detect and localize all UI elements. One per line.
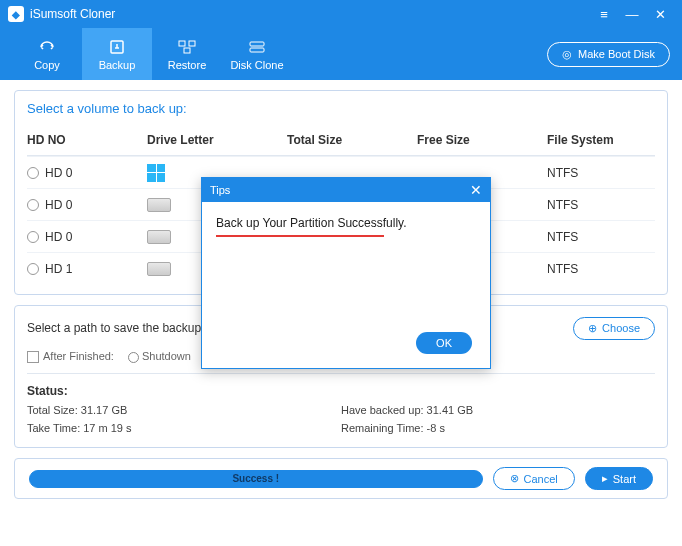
drive-icon: [147, 230, 171, 244]
disc-icon: ◎: [562, 48, 572, 61]
row-radio[interactable]: [27, 167, 39, 179]
toolbar: Copy Backup Restore Disk Clone ◎ Make Bo…: [0, 28, 682, 80]
svg-rect-3: [184, 48, 190, 53]
hd-no: HD 0: [45, 166, 72, 180]
copy-icon: [37, 38, 57, 56]
copy-tab[interactable]: Copy: [12, 28, 82, 80]
svg-rect-1: [179, 41, 185, 46]
windows-icon: [147, 164, 165, 182]
cancel-icon: ⊗: [510, 472, 519, 485]
backup-label: Backup: [99, 59, 136, 71]
path-label: Select a path to save the backup f: [27, 321, 208, 335]
fs: NTFS: [547, 166, 655, 180]
status-block: Status: Total Size: 31.17 GB Take Time: …: [27, 384, 655, 437]
play-icon: ▸: [602, 472, 608, 485]
fs: NTFS: [547, 230, 655, 244]
status-total: Total Size: 31.17 GB: [27, 402, 341, 420]
volume-title: Select a volume to back up:: [27, 101, 655, 116]
dialog-header: Tips ✕: [202, 178, 490, 202]
hd-no: HD 0: [45, 198, 72, 212]
dialog-close-icon[interactable]: ✕: [470, 182, 482, 198]
diskclone-tab[interactable]: Disk Clone: [222, 28, 292, 80]
ok-button[interactable]: OK: [416, 332, 472, 354]
diskclone-label: Disk Clone: [230, 59, 283, 71]
underline-highlight: [216, 235, 384, 237]
table-header: HD NO Drive Letter Total Size Free Size …: [27, 124, 655, 156]
tips-dialog: Tips ✕ Back up Your Partition Successful…: [201, 177, 491, 369]
menu-icon[interactable]: ≡: [590, 0, 618, 28]
bootdisk-label: Make Boot Disk: [578, 48, 655, 60]
shutdown-radio[interactable]: Shutdown: [128, 350, 191, 363]
diskclone-icon: [247, 38, 267, 56]
row-radio[interactable]: [27, 263, 39, 275]
close-button[interactable]: ✕: [646, 0, 674, 28]
plus-icon: ⊕: [588, 322, 597, 335]
titlebar: ◆ iSumsoft Cloner ≡ — ✕: [0, 0, 682, 28]
hd-no: HD 0: [45, 230, 72, 244]
bottom-bar: Success ! ⊗Cancel ▸Start: [14, 458, 668, 499]
minimize-button[interactable]: —: [618, 0, 646, 28]
status-remain: Remaining Time: -8 s: [341, 420, 655, 438]
start-button[interactable]: ▸Start: [585, 467, 653, 490]
svg-rect-5: [250, 48, 264, 52]
status-heading: Status:: [27, 384, 655, 398]
restore-tab[interactable]: Restore: [152, 28, 222, 80]
dialog-message: Back up Your Partition Successfully.: [216, 216, 476, 230]
make-boot-disk-button[interactable]: ◎ Make Boot Disk: [547, 42, 670, 67]
restore-label: Restore: [168, 59, 207, 71]
drive-icon: [147, 262, 171, 276]
row-radio[interactable]: [27, 231, 39, 243]
copy-label: Copy: [34, 59, 60, 71]
dialog-title: Tips: [210, 184, 230, 196]
cancel-button[interactable]: ⊗Cancel: [493, 467, 575, 490]
progress-bar: Success !: [29, 470, 483, 488]
svg-rect-4: [250, 42, 264, 46]
backup-icon: [107, 38, 127, 56]
status-backed: Have backed up: 31.41 GB: [341, 402, 655, 420]
row-radio[interactable]: [27, 199, 39, 211]
fs: NTFS: [547, 262, 655, 276]
drive-icon: [147, 198, 171, 212]
status-take: Take Time: 17 m 19 s: [27, 420, 341, 438]
backup-tab[interactable]: Backup: [82, 28, 152, 80]
svg-rect-2: [189, 41, 195, 46]
after-finished-checkbox[interactable]: After Finished:: [27, 350, 114, 363]
restore-icon: [177, 38, 197, 56]
choose-button[interactable]: ⊕ Choose: [573, 317, 655, 340]
app-title: iSumsoft Cloner: [30, 7, 590, 21]
hd-no: HD 1: [45, 262, 72, 276]
fs: NTFS: [547, 198, 655, 212]
app-logo-icon: ◆: [8, 6, 24, 22]
